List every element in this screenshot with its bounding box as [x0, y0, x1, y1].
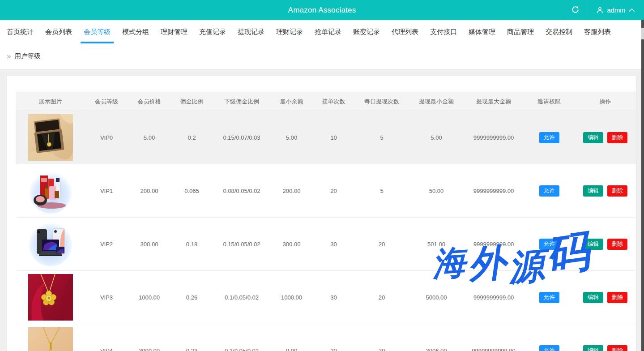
nav-tab-13[interactable]: 媒体管理: [463, 20, 501, 43]
allow-button[interactable]: 允许: [539, 292, 559, 303]
cell-sub-commission-rate: 0.1/0.05/0.02: [213, 271, 270, 324]
breadcrumb-label: 用户等级: [14, 52, 40, 60]
delete-button[interactable]: 删除: [607, 239, 627, 250]
scrollbar-thumb[interactable]: [641, 28, 644, 39]
nav-tab-14[interactable]: 商品管理: [501, 20, 540, 43]
cosmetics-set-image: [28, 167, 73, 214]
cell-image: [16, 111, 85, 164]
cell-withdraw-max: 9999999999.00: [464, 164, 524, 218]
cell-withdraw-max: 9999999999.00: [464, 271, 524, 324]
main-nav: 首页统计会员列表会员等级模式分组理财管理充值记录提现记录理财记录抢单记录账变记录…: [0, 20, 644, 43]
cell-sub-commission-rate: 0.08/0.05/0.02: [213, 164, 270, 218]
cell-order-count: 20: [313, 164, 354, 218]
app-header: Amazon Associates admin: [0, 0, 644, 20]
delete-button[interactable]: 删除: [607, 345, 627, 351]
nav-tab-3[interactable]: 会员等级: [78, 20, 116, 43]
table-header-row: 展示图片会员等级会员价格佣金比例下级佣金比例最小余额接单次数每日提现次数提现最小…: [16, 92, 636, 111]
cell-order-count: 10: [313, 111, 354, 164]
cell-actions: 编辑删除: [575, 111, 636, 164]
allow-button[interactable]: 允许: [539, 132, 559, 143]
allow-button[interactable]: 允许: [539, 345, 559, 351]
cell-price: 1000.00: [128, 271, 171, 324]
cell-withdraw-min: 5.00: [409, 111, 464, 164]
nav-tab-10[interactable]: 账变记录: [347, 20, 386, 43]
nav-tab-5[interactable]: 理财管理: [155, 20, 193, 43]
cell-commission-rate: 0.18: [171, 218, 213, 271]
column-header: 提现最小金额: [409, 92, 464, 111]
cell-image: [16, 324, 85, 351]
cell-order-count: 30: [313, 218, 354, 271]
cell-sub-commission-rate: 0.15/0.07/0.03: [213, 111, 270, 164]
nav-tab-4[interactable]: 模式分组: [116, 20, 155, 43]
nav-tab-7[interactable]: 提现记录: [232, 20, 270, 43]
cell-daily-withdraw-count: 20: [354, 324, 409, 351]
nav-tab-6[interactable]: 充值记录: [193, 20, 232, 43]
table-row-VIP3: VIP31000.000.260.1/0.05/0.021000.0030205…: [16, 271, 636, 324]
edit-button[interactable]: 编辑: [583, 292, 603, 303]
content-card: 展示图片会员等级会员价格佣金比例下级佣金比例最小余额接单次数每日提现次数提现最小…: [7, 76, 636, 351]
edit-button[interactable]: 编辑: [583, 239, 603, 250]
cell-actions: 编辑删除: [575, 164, 636, 218]
table-row-VIP4: VIP43000.000.230.1/0.05/0.020.0020203006…: [16, 324, 636, 351]
delete-button[interactable]: 删除: [607, 185, 627, 197]
cell-daily-withdraw-count: 5: [354, 164, 409, 218]
cell-price: 300.00: [128, 218, 171, 271]
nav-tab-12[interactable]: 支付接口: [424, 20, 463, 43]
edit-button[interactable]: 编辑: [583, 185, 603, 197]
cell-invite-permission: 允许: [524, 324, 575, 351]
cell-invite-permission: 允许: [524, 111, 575, 164]
cell-min-balance: 1000.00: [270, 271, 313, 324]
cell-withdraw-min: 3006.00: [409, 324, 464, 351]
cell-level: VIP4: [85, 324, 128, 351]
cell-sub-commission-rate: 0.15/0.05/0.02: [213, 218, 270, 271]
edit-button[interactable]: 编辑: [583, 345, 603, 351]
cell-daily-withdraw-count: 20: [354, 271, 409, 324]
cell-commission-rate: 0.23: [171, 324, 213, 351]
cell-withdraw-min: 50.00: [409, 164, 464, 218]
page-content: 展示图片会员等级会员价格佣金比例下级佣金比例最小余额接单次数每日提现次数提现最小…: [0, 69, 644, 351]
vertical-scrollbar[interactable]: [641, 20, 644, 351]
cell-image: [16, 164, 85, 218]
chevron-up-icon: [628, 8, 635, 13]
table-body: VIP05.000.20.15/0.07/0.035.001055.009999…: [16, 111, 636, 351]
allow-button[interactable]: 允许: [539, 185, 559, 197]
edit-button[interactable]: 编辑: [583, 132, 603, 143]
user-level-table: 展示图片会员等级会员价格佣金比例下级佣金比例最小余额接单次数每日提现次数提现最小…: [16, 92, 636, 351]
delete-button[interactable]: 删除: [607, 132, 627, 143]
column-header: 会员价格: [128, 92, 171, 111]
user-menu[interactable]: admin: [585, 0, 644, 20]
cell-invite-permission: 允许: [524, 218, 575, 271]
refresh-button[interactable]: [565, 0, 585, 20]
cell-daily-withdraw-count: 20: [354, 218, 409, 271]
user-icon: [596, 6, 604, 14]
nav-tab-8[interactable]: 理财记录: [270, 20, 309, 43]
breadcrumb: » 用户等级: [0, 43, 644, 69]
column-header: 会员等级: [85, 92, 128, 111]
column-header: 邀请权限: [524, 92, 575, 111]
nav-tab-11[interactable]: 代理列表: [386, 20, 424, 43]
cell-withdraw-max: 99999999999.00: [464, 324, 524, 351]
column-header: 提现最大金额: [464, 92, 524, 111]
gold-flower-pendant-image: [28, 274, 73, 321]
cell-commission-rate: 0.26: [171, 271, 213, 324]
allow-button[interactable]: 允许: [539, 239, 559, 250]
column-header: 每日提现次数: [354, 92, 409, 111]
cell-commission-rate: 0.2: [171, 111, 213, 164]
cell-daily-withdraw-count: 5: [354, 111, 409, 164]
cell-level: VIP1: [85, 164, 128, 218]
cell-level: VIP3: [85, 271, 128, 324]
nav-tab-9[interactable]: 抢单记录: [309, 20, 347, 43]
delete-button[interactable]: 删除: [607, 292, 627, 303]
cell-withdraw-min: 5000.00: [409, 271, 464, 324]
gold-necklace-box-image: [28, 114, 73, 161]
refresh-icon: [571, 6, 580, 14]
cell-level: VIP2: [85, 218, 128, 271]
column-header: 展示图片: [16, 92, 85, 111]
column-header: 最小余额: [270, 92, 313, 111]
nav-tab-15[interactable]: 交易控制: [540, 20, 578, 43]
nav-tab-1[interactable]: 首页统计: [1, 20, 39, 43]
nav-tab-2[interactable]: 会员列表: [39, 20, 78, 43]
nav-tab-16[interactable]: 客服列表: [578, 20, 617, 43]
cell-actions: 编辑删除: [575, 271, 636, 324]
app-title: Amazon Associates: [0, 6, 644, 15]
